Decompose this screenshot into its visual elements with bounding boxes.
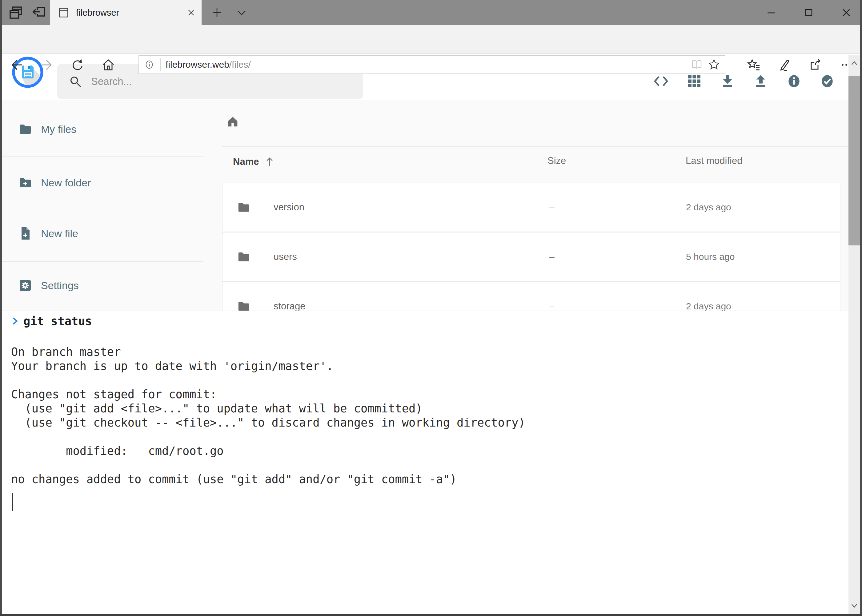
maximize-icon: [803, 6, 815, 19]
file-size: –: [549, 183, 555, 232]
forward-button[interactable]: [39, 57, 55, 73]
new-tab-button[interactable]: [208, 4, 226, 22]
shell-toggle-icon: [653, 74, 669, 89]
terminal-output-line: (use "git add <file>..." to update what …: [11, 402, 848, 416]
search-icon: [68, 74, 82, 89]
tab-list-dropdown-button[interactable]: [233, 4, 251, 22]
shell-toggle-button[interactable]: [653, 73, 669, 90]
sidebar-item-label: New folder: [41, 177, 91, 189]
terminal-output-line: Your branch is up to date with 'origin/m…: [11, 359, 848, 373]
terminal-output-line: [11, 458, 848, 472]
active-tab[interactable]: filebrowser: [50, 0, 202, 25]
sidebar-divider: [2, 261, 203, 262]
url-path: /files/: [229, 59, 251, 70]
info-button[interactable]: [786, 73, 802, 90]
share-icon: [807, 58, 822, 72]
home-icon: [101, 58, 116, 72]
tab-title: filebrowser: [76, 8, 186, 18]
file-row-version[interactable]: version – 2 days ago: [222, 183, 840, 233]
select-multiple-button[interactable]: [819, 73, 835, 90]
favorite-star-icon[interactable]: [708, 58, 720, 71]
back-button[interactable]: [8, 57, 24, 73]
scrollbar-thumb[interactable]: [848, 76, 860, 245]
sidebar-item-label: Settings: [41, 280, 79, 292]
browser-toolbar: filebrowser.web/files/: [0, 25, 862, 54]
tab-previews-icon: [8, 5, 23, 20]
back-icon: [9, 58, 24, 72]
sidebar-item-my-files[interactable]: My files: [2, 111, 203, 148]
reading-view-icon: [690, 58, 703, 71]
sidebar-item-new-file[interactable]: New file: [2, 215, 203, 252]
close-window-button[interactable]: [832, 4, 860, 22]
maximize-button[interactable]: [795, 4, 823, 22]
terminal-prompt-line: git status: [2, 311, 848, 331]
terminal-command: git status: [24, 314, 92, 328]
grid-view-button[interactable]: [686, 73, 703, 90]
home-button[interactable]: [100, 57, 116, 73]
terminal-output-line: no changes added to commit (use "git add…: [11, 472, 848, 487]
breadcrumb-home-icon[interactable]: [225, 115, 240, 129]
download-icon: [720, 74, 735, 89]
refresh-button[interactable]: [69, 57, 85, 73]
file-modified: 5 hours ago: [686, 233, 734, 281]
terminal-output-line: [11, 373, 848, 388]
column-header-size[interactable]: Size: [547, 155, 566, 167]
info-icon: [786, 74, 802, 89]
terminal-cursor: [12, 493, 13, 511]
upload-button[interactable]: [752, 73, 769, 90]
sidebar-divider: [2, 156, 203, 157]
page-scrollbar[interactable]: [848, 55, 860, 614]
download-button[interactable]: [719, 73, 736, 90]
terminal-output-line: modified: cmd/root.go: [11, 444, 848, 458]
sidebar: My files New folder New file: [2, 100, 203, 313]
breadcrumb-divider: [222, 146, 848, 147]
sidebar-item-label: New file: [41, 228, 78, 240]
file-name: users: [274, 233, 297, 281]
tab-close-icon[interactable]: [186, 7, 197, 18]
file-name: version: [274, 183, 304, 232]
chevron-down-icon: [235, 6, 248, 19]
terminal-output-line: [11, 430, 848, 444]
close-icon: [840, 6, 853, 19]
sort-ascending-icon: [263, 155, 276, 168]
sidebar-item-settings[interactable]: Settings: [2, 267, 203, 304]
folder-icon: [236, 200, 251, 215]
scrollbar-up-button[interactable]: [848, 57, 860, 69]
url-host: filebrowser.web: [165, 59, 229, 70]
set-tabs-aside-button[interactable]: [30, 4, 47, 22]
search-input[interactable]: [90, 75, 338, 88]
plus-icon: [211, 6, 224, 19]
window-border: [0, 614, 862, 616]
set-tabs-aside-icon: [31, 5, 46, 20]
terminal-panel[interactable]: git status On branch master Your branch …: [2, 311, 848, 614]
column-header-name[interactable]: Name: [233, 155, 276, 168]
settings-icon: [18, 278, 33, 293]
share-button[interactable]: [807, 57, 823, 73]
folder-icon: [18, 122, 33, 137]
chevron-up-icon: [850, 59, 859, 68]
minimize-button[interactable]: [757, 4, 785, 22]
tab-previews-button[interactable]: [7, 4, 25, 22]
address-bar[interactable]: filebrowser.web/files/: [139, 55, 725, 74]
scrollbar-down-button[interactable]: [848, 599, 860, 612]
column-header-modified[interactable]: Last modified: [686, 155, 742, 167]
file-modified: 2 days ago: [686, 183, 731, 232]
window-border: [860, 0, 862, 616]
terminal-output-line: On branch master: [11, 345, 848, 359]
select-check-icon: [819, 74, 835, 89]
refresh-icon: [71, 58, 85, 72]
folder-icon: [236, 250, 251, 265]
page-favicon-icon: [58, 6, 70, 19]
web-note-button[interactable]: [777, 57, 793, 73]
address-divider: [160, 58, 161, 71]
site-info-icon[interactable]: [143, 59, 155, 71]
file-row-users[interactable]: users – 5 hours ago: [222, 233, 840, 282]
create-file-icon: [18, 226, 33, 241]
sidebar-item-label: My files: [41, 123, 76, 135]
sidebar-item-new-folder[interactable]: New folder: [2, 164, 203, 201]
terminal-output-line: [11, 331, 848, 345]
web-note-pen-icon: [777, 58, 792, 72]
column-name-label: Name: [233, 156, 259, 167]
hub-button[interactable]: [746, 57, 762, 73]
grid-view-icon: [687, 74, 702, 89]
